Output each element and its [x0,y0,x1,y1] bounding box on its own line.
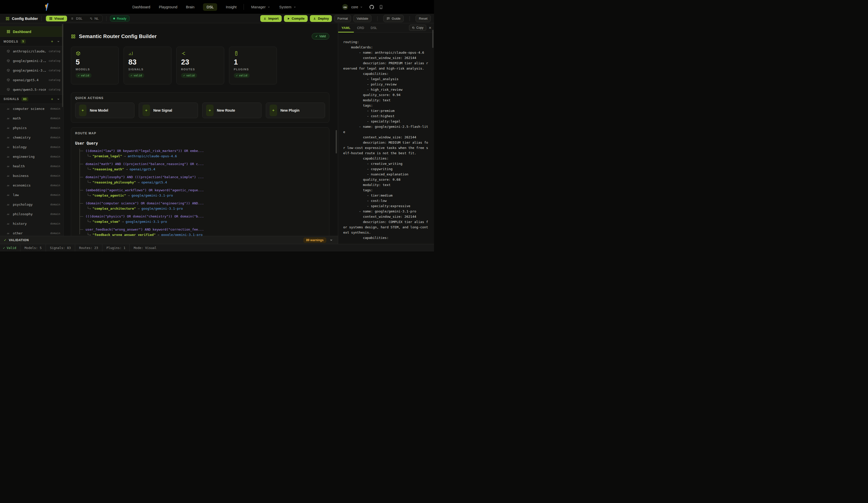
new-plugin-button[interactable]: New Plugin [266,103,325,118]
stat-valid-badge: ✓valid [234,73,250,78]
yaml-line: - name: google/gemini-3.1-pro [343,209,434,214]
sidebar-signal-item[interactable]: psychology domain [0,200,63,209]
route-entry[interactable]: domain("philosophy") AND (((projection("… [80,175,325,185]
sidebar-signal-item[interactable]: math domain [0,113,63,123]
chevron-down-icon[interactable] [57,98,60,101]
import-button[interactable]: Import [260,15,281,22]
brand-logo-icon[interactable] [45,3,49,11]
tab-crd[interactable]: CRD [354,23,368,32]
nav-dropdown-system-label: System [279,5,291,9]
deploy-button[interactable]: Deploy [310,15,332,22]
copy-icon [412,26,415,29]
mode-switcher: Visual DSL NL [45,15,103,22]
reset-button[interactable]: Reset [416,15,431,22]
output-scrollbar[interactable] [432,30,434,48]
route-condition: (((domain("physics") OR domain("chemistr… [80,214,325,219]
route-entry[interactable]: ((domain("law") OR keyword("legal_risk_m… [80,148,325,159]
signal-name: biology [13,145,27,149]
route-entry[interactable]: (domain("computer science") OR domain("e… [80,201,325,211]
compile-button[interactable]: Compile [284,15,308,22]
route-entry[interactable]: (((domain("physics") OR domain("chemistr… [80,214,325,224]
chevron-down-icon[interactable] [330,238,333,242]
nav-link-dashboard[interactable]: Dashboard [132,5,150,9]
sidebar-scrollbar[interactable] [62,24,63,107]
tab-yaml[interactable]: YAML [338,23,354,32]
nav-link-playground[interactable]: Playground [159,5,177,9]
copy-button[interactable]: Copy [409,25,426,31]
nav-link-brain[interactable]: Brain [186,5,194,9]
sidebar-model-item[interactable]: google/gemini-2.… catalog [0,56,63,65]
signal-tag: domain [50,107,60,111]
new-model-button[interactable]: New Model [75,103,134,118]
route-entry[interactable]: user_feedback("wrong_answer") AND keywor… [80,227,325,236]
stat-value: 1 [234,58,272,66]
sidebar-model-item[interactable]: openai/gpt5.4 catalog [0,75,63,85]
sidebar-signal-item[interactable]: computer science domain [0,104,63,113]
copy-button-label: Copy [416,26,423,30]
models-section-header[interactable]: MODELS 5 [0,37,63,46]
new-route-button[interactable]: New Route [202,103,261,118]
sidebar-signal-item[interactable]: health domain [0,161,63,171]
sidebar-signal-item[interactable]: economics domain [0,180,63,190]
output-panel: YAML CRD DSL Copy ✕ routing: modelCards:… [338,23,434,244]
validation-bar[interactable]: ✓ VALIDATION 89 warnings [0,236,338,244]
status-models: Models: 5 [20,244,46,251]
mode-tab-visual[interactable]: Visual [46,15,67,21]
nav-dropdown-manager[interactable]: Manager [251,5,270,9]
device-icon[interactable] [379,5,383,9]
sidebar-dashboard-label: Dashboard [13,30,31,34]
add-model-icon[interactable] [50,40,54,43]
sidebar-signal-item[interactable]: engineering domain [0,152,63,161]
plugin-icon [234,51,239,56]
chevron-down-icon [268,6,270,8]
validate-button[interactable]: Validate [353,15,371,22]
add-signal-icon[interactable] [50,97,54,101]
avatar[interactable]: co [342,4,348,10]
new-signal-button[interactable]: New Signal [139,103,198,118]
stat-label: MODELS [76,68,114,71]
yaml-code-view[interactable]: routing: modelCards: - name: anthropic/c… [338,32,434,244]
route-entry[interactable]: (embedding("agentic_workflows") OR keywo… [80,188,325,198]
yaml-line: capabilities: [343,71,434,76]
tree-corner-icon: └→ [87,180,91,184]
arrow-icon: → [122,220,124,223]
sidebar-signal-item[interactable]: biology domain [0,142,63,152]
model-name: google/gemini-3.… [13,69,46,72]
cube-icon [7,78,10,82]
route-entry[interactable]: domain("math") AND ((projection("balance… [80,161,325,172]
sidebar-signal-item[interactable]: chemistry domain [0,133,63,142]
mode-tab-nl[interactable]: NL [86,15,102,21]
sidebar-model-item[interactable]: google/gemini-3.… catalog [0,65,63,75]
deploy-icon [313,17,316,20]
nav-dropdown-system[interactable]: System [279,5,296,9]
sidebar-signal-item[interactable]: other domain [0,228,63,236]
sidebar-model-item[interactable]: qwen/qwen3.5-rocm catalog [0,85,63,94]
cube-icon [7,69,10,72]
sidebar-signal-item[interactable]: law domain [0,190,63,200]
signal-name: engineering [13,155,34,158]
mode-tab-dsl[interactable]: DSL [68,15,85,21]
warnings-badge[interactable]: 89 warnings [303,238,326,243]
check-icon: ✓ [236,74,238,77]
github-icon[interactable] [370,5,374,9]
nav-dropdowns: Manager System [251,0,296,14]
chevron-down-icon[interactable] [57,40,60,43]
output-panel-header: YAML CRD DSL Copy ✕ [338,23,434,32]
format-button[interactable]: Format [334,15,351,22]
tab-dsl[interactable]: DSL [368,23,380,32]
signal-tag: domain [50,222,60,225]
nav-link-dsl[interactable]: DSL [203,3,217,11]
account-menu[interactable]: core [351,5,363,9]
nav-link-insight[interactable]: Insight [226,5,237,9]
signals-section-header[interactable]: SIGNALS 83 [0,94,63,104]
close-icon[interactable]: ✕ [429,26,432,30]
sidebar-signal-item[interactable]: philosophy domain [0,209,63,219]
sidebar-signal-item[interactable]: physics domain [0,123,63,133]
sidebar-item-dashboard[interactable]: Dashboard [0,27,63,37]
main-scrollbar[interactable] [335,130,337,154]
sidebar-signal-item[interactable]: history domain [0,219,63,228]
sidebar-model-item[interactable]: anthropic/claude… catalog [0,46,63,56]
sidebar-signal-item[interactable]: business domain [0,171,63,180]
yaml-line: elf-hosted route is not the best fit. [343,150,434,156]
guide-button[interactable]: Guide [383,15,404,22]
